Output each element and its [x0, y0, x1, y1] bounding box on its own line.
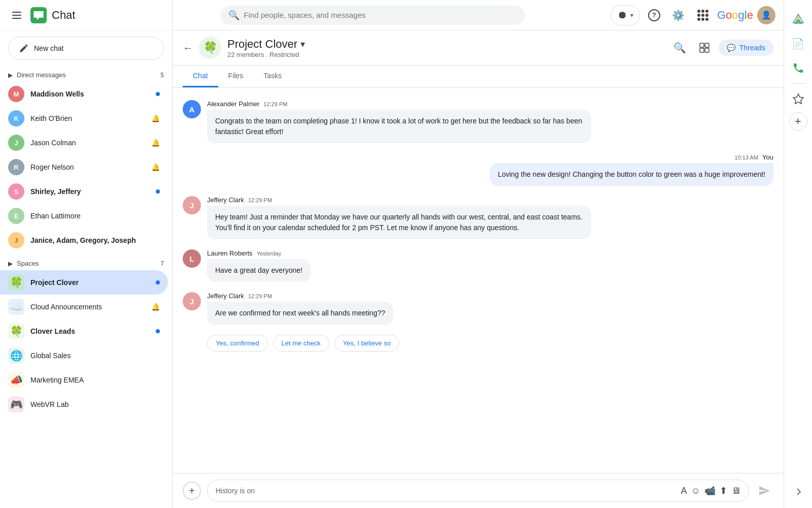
right-sidebar: 📄 + [784, 0, 812, 508]
you-time: 10:13 AM [735, 154, 758, 161]
jeffery-avatar: J [183, 196, 201, 214]
spaces-header[interactable]: ▶ Spaces 7 [0, 257, 172, 270]
search-input-wrap[interactable]: 🔍 [220, 6, 525, 25]
collapse-panel[interactable] [792, 486, 804, 504]
threads-button[interactable]: 💬 Threads [719, 40, 773, 56]
jason-avatar: J [8, 135, 24, 151]
jeffery-meta: Jeffery Clark 12:29 PM [207, 196, 591, 204]
user-avatar[interactable]: 👤 [757, 6, 775, 24]
sidebar-item-cloud-announcements[interactable]: ☁️ Cloud Announcements 🔔 [0, 295, 168, 319]
global-sales-name: Global Sales [30, 352, 160, 360]
sidebar-item-global-sales[interactable]: 🌐 Global Sales [0, 343, 168, 368]
table-row: J Jeffery Clark 12:29 PM Are we confirme… [183, 292, 773, 325]
chat-title-dropdown[interactable]: ▾ [300, 39, 305, 50]
new-chat-button[interactable]: New chat [8, 37, 164, 60]
google-docs-button[interactable]: 📄 [787, 33, 809, 55]
alexander-meta: Alexander Palmer 12:29 PM [207, 100, 591, 108]
sidebar-item-marketing-emea[interactable]: 📣 Marketing EMEA [0, 368, 168, 392]
screen-share-icon[interactable]: 🖥 [731, 486, 740, 496]
record-icon: ⏺ [617, 9, 627, 21]
sidebar-item-project-clover[interactable]: 🍀 Project Clover [0, 270, 168, 295]
keith-avatar: K [8, 110, 24, 126]
settings-icon: ⚙️ [672, 9, 685, 21]
chat-search-button[interactable]: 🔍 [670, 38, 690, 58]
jeffery2-meta: Jeffery Clark 12:29 PM [207, 292, 393, 300]
sidebar-item-clover-leads[interactable]: 🍀 Clover Leads [0, 319, 168, 343]
sidebar-item-jason[interactable]: J Jason Colman 🔔 [0, 131, 168, 155]
jason-name: Jason Colman [30, 139, 145, 147]
search-input[interactable] [244, 11, 517, 19]
add-attachment-button[interactable]: + [183, 482, 201, 500]
help-icon: ? [648, 9, 660, 21]
tab-chat[interactable]: Chat [183, 66, 218, 87]
tab-tasks[interactable]: Tasks [253, 66, 292, 87]
record-button[interactable]: ⏺ ▾ [611, 5, 640, 25]
settings-button[interactable]: ⚙️ [668, 5, 689, 25]
chevron-right-icon [792, 486, 804, 498]
sidebar-item-ethan[interactable]: E Ethan Lattimore [0, 204, 168, 228]
apps-icon [697, 10, 708, 21]
quick-reply-yes-confirmed[interactable]: Yes, confirmed [207, 335, 268, 352]
shirley-unread [156, 189, 160, 194]
menu-button[interactable] [8, 8, 25, 23]
bookmark-button[interactable] [787, 88, 809, 110]
format-text-icon[interactable]: A [681, 486, 687, 496]
back-button[interactable]: ← [183, 42, 193, 54]
layout-button[interactable] [694, 38, 715, 58]
google-logo: Google [717, 9, 753, 22]
jeffery2-avatar: J [183, 292, 201, 310]
sidebar-item-roger[interactable]: R Roger Nelson 🔔 [0, 155, 168, 179]
google-meet-button[interactable] [787, 57, 809, 79]
input-icons: A ☺ 📹 ⬆ 🖥 [681, 485, 740, 496]
expand-icon: ▶ [8, 72, 13, 79]
sidebar-item-webvr-lab[interactable]: 🎮 WebVR Lab [0, 392, 168, 417]
you-sender: You [762, 153, 773, 161]
google-drive-button[interactable] [787, 8, 809, 30]
ethan-name: Ethan Lattimore [30, 212, 160, 220]
table-row: A Alexander Palmer 12:29 PM Congrats to … [183, 100, 773, 143]
help-button[interactable]: ? [644, 5, 664, 25]
tab-files[interactable]: Files [218, 66, 254, 87]
topbar: 🔍 ⏺ ▾ ? ⚙️ [173, 0, 784, 30]
spaces-label: Spaces [17, 260, 39, 267]
you-bubble: Loving the new design! Changing the butt… [490, 163, 773, 186]
sidebar-item-shirley[interactable]: S Shirley, Jeffery [0, 179, 168, 204]
alexander-sender: Alexander Palmer [207, 100, 259, 108]
lauren-avatar: L [183, 249, 201, 268]
new-chat-label: New chat [34, 44, 63, 52]
sidebar-item-keith[interactable]: K Keith O'Brien 🔔 [0, 106, 168, 131]
emoji-icon[interactable]: ☺ [691, 486, 700, 496]
shirley-avatar: S [8, 183, 24, 200]
google-drive-icon [792, 13, 804, 25]
alexander-bubble: Congrats to the team on completing phase… [207, 110, 591, 143]
apps-button[interactable] [693, 5, 713, 25]
jeffery-sender: Jeffery Clark [207, 196, 244, 204]
send-icon [758, 485, 770, 497]
global-sales-icon: 🌐 [8, 347, 24, 364]
main-content: 🔍 ⏺ ▾ ? ⚙️ [173, 0, 784, 508]
chat-logo [30, 7, 47, 23]
message-input[interactable] [216, 487, 677, 495]
project-clover-unread [156, 280, 160, 284]
lauren-time: Yesterday [257, 250, 282, 257]
sidebar-item-janice[interactable]: J Janice, Adam, Gregory, Joseph [0, 228, 168, 252]
maddison-name: Maddison Wells [30, 90, 150, 98]
quick-reply-yes-i-believe[interactable]: Yes, I believe so [334, 335, 399, 352]
lauren-message: Lauren Roberts Yesterday Have a great da… [207, 249, 311, 282]
you-meta: You 10:13 AM [490, 153, 773, 161]
add-app-button[interactable]: + [789, 112, 807, 131]
cloud-icon: ☁️ [8, 299, 24, 315]
threads-icon: 💬 [727, 44, 735, 52]
direct-messages-header[interactable]: ▶ Direct messages 5 [0, 68, 172, 82]
jeffery-message: Jeffery Clark 12:29 PM Hey team! Just a … [207, 196, 591, 239]
chat-info: Project Clover ▾ 22 members . Restricted [227, 38, 305, 58]
clover-leads-name: Clover Leads [30, 327, 150, 335]
upload-icon[interactable]: ⬆ [720, 485, 727, 496]
video-icon[interactable]: 📹 [704, 485, 716, 496]
layout-icon [698, 42, 710, 54]
message-input-wrap[interactable]: A ☺ 📹 ⬆ 🖥 [207, 480, 749, 502]
sidebar-item-maddison[interactable]: M Maddison Wells [0, 82, 168, 106]
quick-reply-let-me-check[interactable]: Let me check [273, 335, 329, 352]
chat-title-text: Project Clover [227, 38, 297, 51]
send-button[interactable] [755, 482, 773, 500]
